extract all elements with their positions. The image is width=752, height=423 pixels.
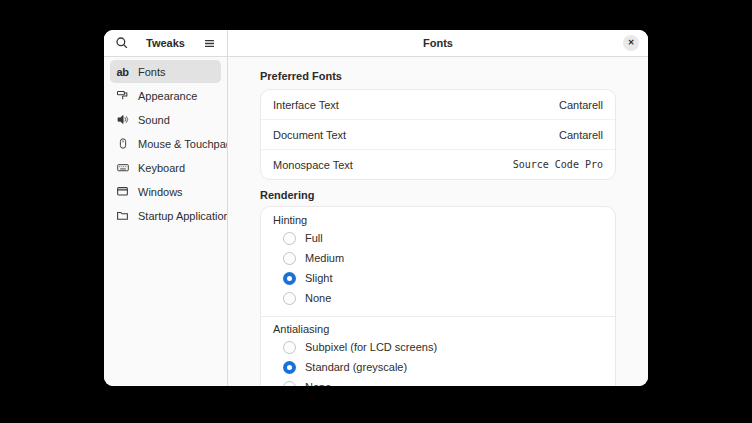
radio-unchecked-icon[interactable] <box>283 341 296 354</box>
startup-apps-icon <box>115 209 130 222</box>
document-font-value: Cantarell <box>559 129 603 141</box>
radio-checked-icon[interactable] <box>283 272 296 285</box>
sidebar-item-label: Mouse & Touchpad <box>138 138 228 150</box>
radio-unchecked-icon[interactable] <box>283 232 296 245</box>
sidebar-item-sound[interactable]: Sound <box>110 108 221 131</box>
radio-unchecked-icon[interactable] <box>283 381 296 387</box>
mouse-icon <box>115 137 130 150</box>
radio-unchecked-icon[interactable] <box>283 292 296 305</box>
sidebar-item-label: Sound <box>138 114 170 126</box>
interface-font-value: Cantarell <box>559 99 603 111</box>
document-text-row[interactable]: Document Text Cantarell <box>261 119 615 149</box>
radio-unchecked-icon[interactable] <box>283 252 296 265</box>
sidebar-item-label: Fonts <box>138 66 166 78</box>
row-label: Interface Text <box>273 99 339 111</box>
sound-icon <box>115 113 130 126</box>
sidebar-headerbar: Tweaks <box>104 30 228 57</box>
radio-checked-icon[interactable] <box>283 361 296 374</box>
row-label: Monospace Text <box>273 159 353 171</box>
keyboard-icon <box>115 161 130 174</box>
page-title: Fonts <box>423 37 453 49</box>
antialiasing-option-none[interactable]: None <box>273 377 603 386</box>
group-divider <box>261 316 615 317</box>
menu-icon[interactable] <box>200 34 218 52</box>
preferred-fonts-card: Interface Text Cantarell Document Text C… <box>260 89 616 180</box>
sidebar: ab Fonts Appearance Sound <box>104 57 228 386</box>
close-icon[interactable]: ✕ <box>623 35 639 51</box>
hinting-option-medium[interactable]: Medium <box>273 248 603 268</box>
hinting-option-none[interactable]: None <box>273 288 603 308</box>
sidebar-item-label: Windows <box>138 186 183 198</box>
hinting-option-slight[interactable]: Slight <box>273 268 603 288</box>
monospace-font-value: Source Code Pro <box>513 159 603 170</box>
tweaks-window: Tweaks Fonts ✕ ab Fonts Appearance <box>104 30 648 386</box>
sidebar-item-startup-applications[interactable]: Startup Applications <box>110 204 221 227</box>
sidebar-item-label: Appearance <box>138 90 197 102</box>
hinting-option-full[interactable]: Full <box>273 228 603 248</box>
fonts-page: Preferred Fonts Interface Text Cantarell… <box>228 57 648 386</box>
sidebar-item-mouse-touchpad[interactable]: Mouse & Touchpad <box>110 132 221 155</box>
content-headerbar: Fonts ✕ <box>228 30 648 57</box>
app-title: Tweaks <box>146 37 185 49</box>
search-icon[interactable] <box>113 34 131 52</box>
sidebar-item-label: Keyboard <box>138 162 185 174</box>
preferred-fonts-heading: Preferred Fonts <box>260 70 616 82</box>
sidebar-item-appearance[interactable]: Appearance <box>110 84 221 107</box>
rendering-heading: Rendering <box>260 189 616 201</box>
sidebar-item-fonts[interactable]: ab Fonts <box>110 60 221 83</box>
antialiasing-option-subpixel[interactable]: Subpixel (for LCD screens) <box>273 337 603 357</box>
monospace-text-row[interactable]: Monospace Text Source Code Pro <box>261 149 615 179</box>
ab-icon: ab <box>115 66 130 78</box>
row-label: Document Text <box>273 129 346 141</box>
hinting-group-label: Hinting <box>273 214 603 226</box>
antialiasing-option-standard[interactable]: Standard (greyscale) <box>273 357 603 377</box>
appearance-icon <box>115 89 130 102</box>
antialiasing-group-label: Antialiasing <box>273 323 603 335</box>
rendering-card: Hinting Full Medium Slight None Antialia… <box>260 206 616 386</box>
sidebar-item-windows[interactable]: Windows <box>110 180 221 203</box>
sidebar-item-keyboard[interactable]: Keyboard <box>110 156 221 179</box>
windows-icon <box>115 185 130 198</box>
sidebar-item-label: Startup Applications <box>138 210 228 222</box>
interface-text-row[interactable]: Interface Text Cantarell <box>261 90 615 119</box>
